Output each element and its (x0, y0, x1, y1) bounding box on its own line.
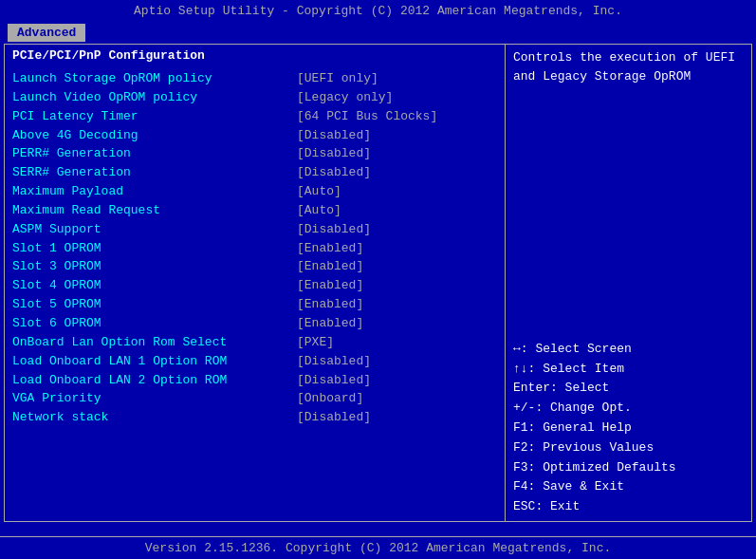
config-row[interactable]: Maximum Payload[Auto] (12, 183, 497, 201)
config-row[interactable]: Network stack[Disabled] (12, 409, 497, 427)
config-label: Maximum Read Request (12, 202, 297, 220)
config-label: OnBoard Lan Option Rom Select (12, 334, 297, 352)
config-row[interactable]: Launch Video OpROM policy[Legacy only] (12, 89, 497, 107)
config-label: SERR# Generation (12, 164, 297, 182)
config-label: ASPM Support (12, 221, 297, 239)
config-row[interactable]: VGA Priority[Onboard] (12, 390, 497, 408)
config-row[interactable]: Maximum Read Request[Auto] (12, 202, 497, 220)
config-value: [Disabled] (297, 409, 371, 427)
config-label: Slot 5 OPROM (12, 296, 297, 314)
config-label: PERR# Generation (12, 145, 297, 163)
config-value: [Enabled] (297, 277, 363, 295)
config-value: [Disabled] (297, 145, 371, 163)
right-panel: Controls the execution of UEFI and Legac… (506, 45, 751, 521)
key-help-item: F3: Optimized Defaults (513, 458, 744, 478)
config-rows: Launch Storage OpROM policy[UEFI only]La… (12, 70, 497, 427)
config-row[interactable]: Slot 1 OPROM[Enabled] (12, 240, 497, 258)
config-value: [Enabled] (297, 296, 363, 314)
config-label: Above 4G Decoding (12, 127, 297, 145)
help-text: Controls the execution of UEFI and Legac… (513, 48, 744, 85)
section-title: PCIe/PCI/PnP Configuration (12, 48, 497, 63)
config-value: [Enabled] (297, 315, 363, 333)
config-value: [Disabled] (297, 164, 371, 182)
left-panel: PCIe/PCI/PnP Configuration Launch Storag… (5, 45, 506, 521)
config-row[interactable]: Slot 5 OPROM[Enabled] (12, 296, 497, 314)
config-value: [Legacy only] (297, 89, 393, 107)
config-row[interactable]: Load Onboard LAN 2 Option ROM[Disabled] (12, 372, 497, 390)
config-label: Slot 1 OPROM (12, 240, 297, 258)
config-value: [Auto] (297, 202, 341, 220)
config-value: [Disabled] (297, 127, 371, 145)
config-row[interactable]: Above 4G Decoding[Disabled] (12, 127, 497, 145)
key-help-item: F1: General Help (513, 419, 744, 438)
top-bar: Aptio Setup Utility - Copyright (C) 2012… (0, 0, 756, 22)
config-row[interactable]: Slot 3 OPROM[Enabled] (12, 258, 497, 276)
key-help-item: ESC: Exit (513, 497, 744, 517)
config-label: PCI Latency Timer (12, 108, 297, 126)
key-help-item: F4: Save & Exit (513, 477, 744, 497)
config-label: VGA Priority (12, 390, 297, 408)
key-help-item: ↔: Select Screen (513, 340, 744, 360)
config-value: [Onboard] (297, 390, 363, 408)
tab-row: Advanced (0, 22, 756, 42)
config-row[interactable]: PERR# Generation[Disabled] (12, 145, 497, 163)
config-value: [UEFI only] (297, 70, 378, 88)
config-value: [Disabled] (297, 353, 371, 371)
key-help-item: F2: Previous Values (513, 438, 744, 458)
config-label: Slot 6 OPROM (12, 315, 297, 333)
config-row[interactable]: OnBoard Lan Option Rom Select[PXE] (12, 334, 497, 352)
config-value: [Auto] (297, 183, 341, 201)
bottom-bar: Version 2.15.1236. Copyright (C) 2012 Am… (0, 536, 756, 559)
key-help-item: ↑↓: Select Item (513, 360, 744, 380)
main-content: PCIe/PCI/PnP Configuration Launch Storag… (4, 44, 752, 522)
config-row[interactable]: Slot 6 OPROM[Enabled] (12, 315, 497, 333)
config-value: [Enabled] (297, 258, 363, 276)
tab-advanced[interactable]: Advanced (8, 24, 85, 42)
config-value: [64 PCI Bus Clocks] (297, 108, 437, 126)
config-label: Network stack (12, 409, 297, 427)
key-help: ↔: Select Screen↑↓: Select ItemEnter: Se… (513, 340, 744, 517)
config-label: Slot 3 OPROM (12, 258, 297, 276)
key-help-item: +/-: Change Opt. (513, 399, 744, 419)
config-row[interactable]: Launch Storage OpROM policy[UEFI only] (12, 70, 497, 88)
config-row[interactable]: SERR# Generation[Disabled] (12, 164, 497, 182)
config-label: Slot 4 OPROM (12, 277, 297, 295)
key-help-item: Enter: Select (513, 379, 744, 399)
config-row[interactable]: PCI Latency Timer[64 PCI Bus Clocks] (12, 108, 497, 126)
config-label: Load Onboard LAN 2 Option ROM (12, 372, 297, 390)
config-label: Maximum Payload (12, 183, 297, 201)
footer-text: Version 2.15.1236. Copyright (C) 2012 Am… (145, 541, 611, 555)
config-row[interactable]: Load Onboard LAN 1 Option ROM[Disabled] (12, 353, 497, 371)
config-label: Load Onboard LAN 1 Option ROM (12, 353, 297, 371)
config-label: Launch Storage OpROM policy (12, 70, 297, 88)
config-value: [Enabled] (297, 240, 363, 258)
config-row[interactable]: Slot 4 OPROM[Enabled] (12, 277, 497, 295)
config-value: [Disabled] (297, 221, 371, 239)
header-title: Aptio Setup Utility - Copyright (C) 2012… (134, 4, 622, 18)
config-row[interactable]: ASPM Support[Disabled] (12, 221, 497, 239)
config-value: [Disabled] (297, 372, 371, 390)
config-value: [PXE] (297, 334, 334, 352)
config-label: Launch Video OpROM policy (12, 89, 297, 107)
